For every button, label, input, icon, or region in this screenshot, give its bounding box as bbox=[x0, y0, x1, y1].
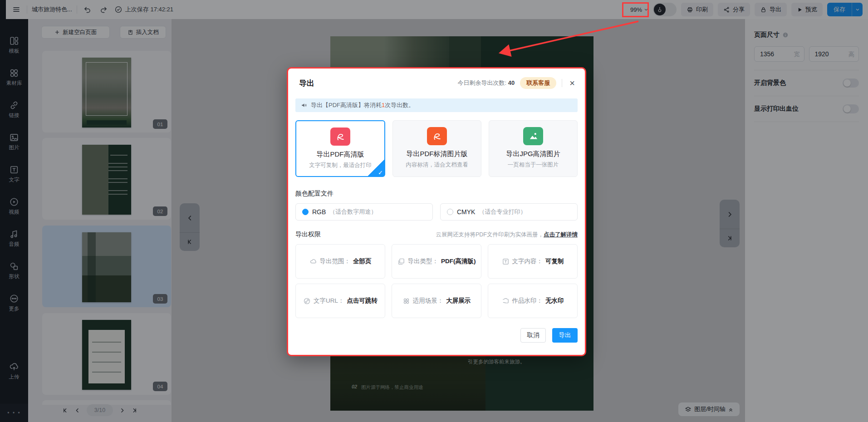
print-tip-text: 云展网还支持将PDF文件印刷为实体画册，点击了解详情 bbox=[436, 231, 578, 239]
option-desc: 内容标清，适合文档查看 bbox=[406, 161, 468, 169]
export-modal: 导出 今日剩余导出次数: 40 联系客服 × 导出【PDF高清版】将消耗1次导出… bbox=[287, 67, 586, 356]
radio-rgb[interactable]: RGB （适合数字用途） bbox=[295, 203, 433, 221]
perm-scene: 适用场景： 大屏展示 bbox=[392, 284, 481, 318]
option-desc: 一页相当于一张图片 bbox=[508, 161, 559, 169]
perm-export-type: 导出类型： PDF(高清版) bbox=[392, 244, 481, 279]
text-content-icon bbox=[502, 258, 510, 265]
perm-watermark: 作品水印： 无水印 bbox=[488, 284, 578, 318]
remaining-count: 40 bbox=[508, 79, 515, 86]
option-pdf-sd[interactable]: 导出PDF标清图片版 内容标清，适合文档查看 bbox=[392, 120, 481, 177]
contact-support-button[interactable]: 联系客服 bbox=[520, 77, 556, 89]
export-type-icon bbox=[397, 258, 405, 265]
close-icon[interactable]: × bbox=[568, 78, 577, 88]
color-profile-label: 颜色配置文件 bbox=[295, 190, 578, 198]
watermark-icon bbox=[502, 297, 510, 305]
rgb-desc: （适合数字用途） bbox=[329, 208, 377, 216]
perm-text-url: 文字URL： 点击可跳转 bbox=[295, 284, 385, 318]
cancel-button[interactable]: 取消 bbox=[520, 328, 546, 343]
option-title: 导出PDF高清版 bbox=[317, 150, 364, 159]
divider bbox=[562, 79, 562, 87]
radio-cmyk[interactable]: CMYK （适合专业打印） bbox=[440, 203, 578, 221]
option-title: 导出PDF标清图片版 bbox=[407, 150, 468, 158]
jpg-icon bbox=[523, 127, 543, 145]
export-permission-label: 导出权限 bbox=[295, 231, 321, 239]
export-cost-notice: 导出【PDF高清版】将消耗1次导出数。 bbox=[295, 98, 578, 112]
cmyk-desc: （适合专业打印） bbox=[479, 208, 526, 216]
radio-unselected-icon bbox=[447, 209, 453, 215]
pdf-hd-icon bbox=[330, 128, 350, 146]
learn-more-link[interactable]: 点击了解详情 bbox=[544, 231, 578, 238]
speaker-icon bbox=[301, 102, 307, 108]
text-url-icon bbox=[303, 297, 311, 305]
confirm-export-button[interactable]: 导出 bbox=[552, 328, 578, 343]
app-root: 模板 素材库 链接 图片 文字 视频 bbox=[0, 0, 868, 422]
export-range-icon bbox=[309, 258, 317, 265]
cmyk-label: CMYK bbox=[457, 208, 475, 216]
option-pdf-hd[interactable]: 导出PDF高清版 文字可复制，最适合打印 ✓ bbox=[295, 120, 385, 177]
option-title: 导出JPG高清图片 bbox=[506, 150, 560, 158]
modal-title: 导出 bbox=[299, 78, 314, 88]
selected-check-icon: ✓ bbox=[368, 159, 385, 177]
option-jpg-hd[interactable]: 导出JPG高清图片 一页相当于一张图片 bbox=[489, 120, 578, 177]
scene-icon bbox=[402, 297, 410, 305]
radio-selected-icon bbox=[302, 209, 309, 215]
rgb-label: RGB bbox=[312, 208, 326, 216]
pdf-sd-icon bbox=[427, 127, 447, 145]
perm-text-content: 文字内容： 可复制 bbox=[488, 244, 578, 279]
option-desc: 文字可复制，最适合打印 bbox=[309, 162, 372, 169]
notice-text: 导出【PDF高清版】将消耗1次导出数。 bbox=[311, 101, 414, 109]
perm-export-range: 导出范围： 全部页 bbox=[295, 244, 385, 279]
remaining-exports-text: 今日剩余导出次数: 40 bbox=[458, 79, 515, 87]
